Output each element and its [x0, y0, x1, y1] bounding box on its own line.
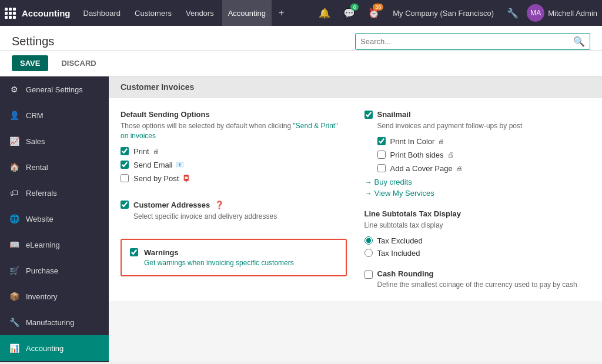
- chat-icon-btn[interactable]: 💬 6: [339, 2, 360, 24]
- user-avatar[interactable]: MA: [527, 4, 544, 22]
- sidebar-item-label: Sales: [26, 137, 45, 146]
- sidebar-item-purchase[interactable]: 🛒 Purchase: [0, 258, 109, 283]
- brand[interactable]: Accounting: [5, 8, 71, 19]
- send-by-post-checkbox[interactable]: [121, 174, 129, 182]
- sidebar-item-inventory[interactable]: 📦 Inventory: [0, 283, 109, 309]
- line-subtotals-label: Line Subtotals Tax Display: [364, 209, 591, 218]
- clock-icon-btn[interactable]: ⏰ 36: [363, 2, 384, 24]
- print-in-color-label[interactable]: Print In Color 🖨: [390, 137, 445, 146]
- post-icon: 📮: [182, 175, 190, 182]
- send-email-label[interactable]: Send Email 📧: [133, 161, 184, 169]
- warnings-checkbox[interactable]: [130, 248, 138, 256]
- sides-icon: 🖨: [447, 151, 454, 158]
- color-icon: 🖨: [438, 138, 444, 145]
- sidebar-item-sales[interactable]: 📈 Sales: [0, 128, 109, 154]
- tax-excluded-label[interactable]: Tax Excluded: [377, 236, 423, 245]
- save-button[interactable]: SAVE: [12, 55, 48, 71]
- tools-icon-btn[interactable]: 🔧: [502, 2, 523, 24]
- sidebar-item-referrals[interactable]: 🏷 Referrals: [0, 180, 109, 206]
- warnings-content: Warnings Get warnings when invoicing spe…: [144, 248, 294, 267]
- section-content: Default Sending Options Those options wi…: [109, 98, 602, 301]
- tax-included-label[interactable]: Tax Included: [377, 249, 420, 258]
- manufacturing-icon: 🔧: [8, 316, 20, 328]
- sidebar-item-general-settings[interactable]: ⚙ General Settings: [0, 76, 109, 102]
- print-in-color-checkbox[interactable]: [377, 137, 386, 145]
- send-by-post-label[interactable]: Send by Post 📮: [133, 174, 190, 183]
- search-bar: 🔍: [355, 33, 590, 50]
- tax-included-radio[interactable]: [364, 249, 373, 257]
- nav-customers[interactable]: Customers: [129, 0, 178, 26]
- default-sending-block: Default Sending Options Those options wi…: [121, 110, 347, 183]
- sidebar-item-label: Referrals: [26, 189, 57, 198]
- snailmail-block: Snailmail Send invoices and payment foll…: [364, 110, 591, 198]
- print-checkbox[interactable]: [121, 147, 129, 155]
- section-title: Customer Invoices: [121, 82, 194, 92]
- print-checkbox-row: Print 🖨: [121, 147, 347, 156]
- sidebar-item-manufacturing[interactable]: 🔧 Manufacturing: [0, 309, 109, 335]
- referrals-icon: 🏷: [8, 187, 20, 199]
- sidebar-item-label: Purchase: [26, 266, 58, 275]
- nav-accounting[interactable]: Accounting: [222, 0, 272, 26]
- discard-button[interactable]: DISCARD: [53, 55, 104, 71]
- default-sending-desc: Those options will be selected by defaul…: [121, 121, 347, 141]
- sidebar-item-accounting[interactable]: 📊 Accounting: [0, 335, 109, 361]
- sidebar-item-payroll[interactable]: 💰 Payroll: [0, 361, 109, 362]
- line-subtotals-block: Line Subtotals Tax Display Line subtotal…: [364, 209, 591, 258]
- customer-addresses-label[interactable]: Customer Addresses: [133, 201, 210, 209]
- buy-credits-link[interactable]: → Buy credits: [364, 178, 591, 186]
- notifications-icon-btn[interactable]: 🔔: [314, 2, 335, 24]
- sidebar-item-label: Accounting: [26, 344, 63, 353]
- section-header-customer-invoices: Customer Invoices: [109, 76, 602, 98]
- elearning-icon: 📖: [8, 239, 20, 251]
- nav-plus-button[interactable]: +: [274, 8, 289, 18]
- header-area: Settings 🔍: [0, 26, 602, 51]
- print-both-sides-label[interactable]: Print Both sides 🖨: [390, 151, 454, 159]
- warnings-title: Warnings: [144, 248, 294, 257]
- customer-addresses-checkbox[interactable]: [121, 201, 129, 209]
- sidebar-item-elearning[interactable]: 📖 eLearning: [0, 232, 109, 258]
- view-my-services-link[interactable]: → View My Services: [364, 189, 591, 198]
- user-name-label[interactable]: Mitchell Admin: [548, 9, 597, 18]
- nav-vendors[interactable]: Vendors: [180, 0, 220, 26]
- search-input[interactable]: [360, 37, 573, 46]
- print-both-sides-checkbox[interactable]: [377, 151, 386, 159]
- crm-icon: 👤: [8, 109, 20, 121]
- snailmail-desc: Send invoices and payment follow-ups by …: [364, 121, 591, 131]
- tax-excluded-row: Tax Excluded: [364, 236, 591, 245]
- website-icon: 🌐: [8, 213, 20, 225]
- search-icon[interactable]: 🔍: [573, 36, 585, 47]
- warnings-section-wrapper: Warnings Get warnings when invoicing spe…: [121, 239, 347, 276]
- print-icon: 🖨: [153, 148, 159, 155]
- cash-rounding-block: Cash Rounding Define the smallest coinag…: [364, 269, 591, 290]
- cash-rounding-desc: Define the smallest coinage of the curre…: [377, 280, 577, 290]
- purchase-icon: 🛒: [8, 265, 20, 276]
- customer-addresses-desc: Select specific invoice and delivery add…: [121, 212, 347, 222]
- send-email-checkbox[interactable]: [121, 161, 129, 169]
- content-area: Customer Invoices Default Sending Option…: [109, 76, 602, 362]
- snailmail-checkbox[interactable]: [364, 111, 373, 119]
- print-label[interactable]: Print 🖨: [133, 147, 159, 156]
- company-selector[interactable]: My Company (San Francisco): [388, 9, 499, 18]
- tax-excluded-radio[interactable]: [364, 236, 373, 245]
- sidebar-item-crm[interactable]: 👤 CRM: [0, 102, 109, 128]
- cash-rounding-checkbox[interactable]: [364, 271, 373, 279]
- cash-rounding-title: Cash Rounding: [377, 269, 577, 278]
- sidebar-item-label: CRM: [26, 111, 44, 120]
- send-by-post-checkbox-row: Send by Post 📮: [121, 174, 347, 183]
- chat-badge: 6: [350, 4, 359, 11]
- grid-icon: [5, 8, 16, 19]
- accounting-icon: 📊: [8, 342, 20, 354]
- snailmail-label[interactable]: Snailmail: [377, 110, 411, 119]
- nav-dashboard[interactable]: Dashboard: [78, 0, 127, 26]
- sidebar-item-label: eLearning: [26, 241, 60, 249]
- inventory-icon: 📦: [8, 290, 20, 302]
- send-email-checkbox-row: Send Email 📧: [121, 161, 347, 169]
- add-cover-page-checkbox[interactable]: [377, 164, 386, 172]
- add-cover-page-label[interactable]: Add a Cover Page 🖨: [390, 164, 463, 173]
- customer-addresses-help-icon[interactable]: ❓: [215, 201, 224, 209]
- sidebar-item-rental[interactable]: 🏠 Rental: [0, 154, 109, 180]
- action-bar: SAVE DISCARD: [0, 51, 602, 76]
- warnings-section: Warnings Get warnings when invoicing spe…: [121, 239, 347, 276]
- navbar: Accounting Dashboard Customers Vendors A…: [0, 0, 602, 26]
- sidebar-item-website[interactable]: 🌐 Website: [0, 206, 109, 232]
